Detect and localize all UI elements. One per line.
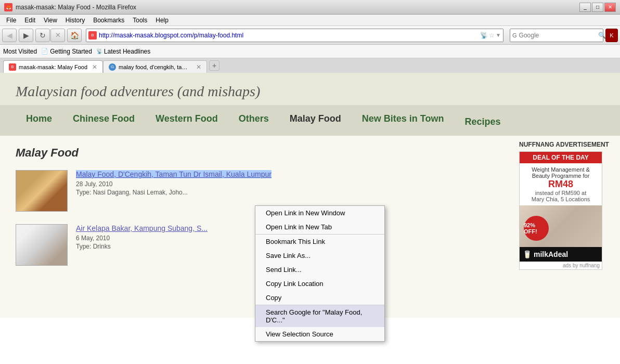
search-bar[interactable]: G 🔍 (510, 29, 603, 42)
tabs-bar: B masak-masak: Malay Food ✕ G malay food… (0, 58, 620, 73)
nav-new-bites[interactable]: New Bites in Town (352, 110, 455, 131)
tab-close-2[interactable]: ✕ (196, 63, 201, 71)
milk-icon: 🥛 (523, 250, 532, 258)
ctx-copy-link[interactable]: Copy Link Location (255, 277, 384, 291)
ad-original: instead of RM590 at (523, 190, 599, 196)
rss-icon[interactable]: 📡 (480, 32, 488, 39)
ctx-send-link[interactable]: Send Link... (255, 263, 384, 277)
window-controls[interactable]: _ □ ✕ (579, 3, 616, 12)
getting-started-icon: 📄 (41, 48, 48, 55)
menu-file[interactable]: File (2, 16, 20, 25)
ad-brand: milkAdeal (534, 250, 568, 258)
tab-malay-food[interactable]: B masak-masak: Malay Food ✕ (3, 60, 103, 73)
post-thumbnail-2 (16, 224, 68, 266)
tab-close-1[interactable]: ✕ (92, 63, 97, 71)
toolbar: ◀ ▶ ↻ ✕ 🏠 B 📡 ☆ ▼ G 🔍 K (0, 26, 620, 45)
menu-view[interactable]: View (40, 16, 61, 25)
search-input[interactable] (519, 32, 597, 39)
reload-button[interactable]: ↻ (35, 29, 50, 42)
bookmark-getting-started[interactable]: 📄 Getting Started (41, 48, 92, 55)
menu-bookmarks[interactable]: Bookmarks (89, 16, 128, 25)
nav-home[interactable]: Home (16, 110, 62, 131)
tab-label-1: masak-masak: Malay Food (19, 64, 87, 70)
menu-help[interactable]: Help (151, 16, 173, 25)
address-bar[interactable]: B 📡 ☆ ▼ (86, 29, 503, 42)
menu-tools[interactable]: Tools (128, 16, 151, 25)
ctx-search-google[interactable]: Search Google for "Malay Food, D'C..." (255, 305, 384, 327)
new-tab-button[interactable]: + (209, 60, 219, 71)
ctx-save-link[interactable]: Save Link As... (255, 249, 384, 263)
context-menu: Open Link in New Window Open Link in New… (255, 205, 385, 342)
ad-body: Weight Management & Beauty Programme for… (520, 163, 602, 205)
tab-label-2: malay food, d'cengkih, taman tun d... (119, 64, 191, 70)
post-title-1[interactable]: Malay Food, D'Cengkih, Taman Tun Dr Isma… (76, 170, 272, 178)
window-title: masak-masak: Malay Food - Mozilla Firefo… (16, 4, 579, 11)
site-header: Malaysian food adventures (and mishaps) (0, 73, 620, 105)
nav-chinese-food[interactable]: Chinese Food (62, 110, 145, 131)
maximize-btn[interactable]: □ (592, 3, 603, 12)
dropdown-icon[interactable]: ▼ (496, 32, 501, 38)
post-thumbnail-1 (16, 170, 68, 212)
addon-icon[interactable]: K (605, 29, 618, 42)
ctx-copy[interactable]: Copy (255, 291, 384, 305)
post-date-1: 28 July, 2010 (76, 180, 495, 188)
sidebar-title: NUFFNANG ADVERTISEMENT (519, 141, 612, 148)
nav-recipes[interactable]: Recipes (454, 113, 511, 131)
ad-location: Mary Chia, 5 Locations (523, 196, 599, 202)
ad-description: Weight Management & Beauty Programme for (523, 166, 599, 179)
ctx-open-window[interactable]: Open Link in New Window (255, 206, 384, 220)
post-title-2[interactable]: Air Kelapa Bakar, Kampung Subang, S... (76, 224, 208, 232)
search-submit-icon[interactable]: 🔍 (598, 32, 606, 39)
nav-malay-food[interactable]: Malay Food (279, 110, 352, 131)
close-btn[interactable]: ✕ (604, 3, 616, 12)
bookmark-latest-headlines[interactable]: 📡 Latest Headlines (96, 48, 150, 55)
home-button[interactable]: 🏠 (67, 29, 82, 42)
tab-favicon-1: B (9, 63, 16, 71)
address-input[interactable] (99, 32, 478, 39)
back-button[interactable]: ◀ (2, 29, 17, 42)
post-type-1: Type: Nasi Dagang, Nasi Lemak, Joho... (76, 189, 495, 196)
ctx-view-source[interactable]: View Selection Source (255, 327, 384, 341)
tab-favicon-2: G (109, 63, 116, 71)
nav-others[interactable]: Others (228, 110, 279, 131)
nav-western-food[interactable]: Western Food (145, 110, 228, 131)
menu-bar: File Edit View History Bookmarks Tools H… (0, 15, 620, 26)
site-nav: Home Chinese Food Western Food Others Ma… (0, 105, 620, 136)
title-bar: 🦊 masak-masak: Malay Food - Mozilla Fire… (0, 0, 620, 15)
ctx-open-tab[interactable]: Open Link in New Tab (255, 220, 384, 234)
tab-search-results[interactable]: G malay food, d'cengkih, taman tun d... … (103, 60, 207, 73)
firefox-icon: 🦊 (4, 3, 12, 11)
minimize-btn[interactable]: _ (579, 3, 591, 12)
menu-edit[interactable]: Edit (20, 16, 40, 25)
page-heading: Malay Food (16, 146, 495, 160)
stop-button[interactable]: ✕ (50, 29, 65, 42)
bookmark-most-visited[interactable]: Most Visited (3, 48, 37, 55)
bookmark-star-icon[interactable]: ☆ (489, 32, 495, 39)
site-icon: B (88, 31, 97, 40)
ad-box: DEAL OF THE DAY Weight Management & Beau… (519, 151, 602, 270)
bookmarks-bar: Most Visited 📄 Getting Started 📡 Latest … (0, 45, 620, 58)
sidebar: NUFFNANG ADVERTISEMENT DEAL OF THE DAY W… (511, 136, 620, 318)
ad-badge: 92% OFF! (524, 216, 549, 241)
ad-footer: ads by nuffnang (520, 262, 602, 269)
ad-deal-label: DEAL OF THE DAY (520, 152, 602, 163)
ad-price: RM48 (523, 179, 599, 190)
google-icon: G (512, 32, 517, 38)
rss-small-icon: 📡 (96, 48, 102, 54)
site-title: Malaysian food adventures (and mishaps) (16, 83, 604, 100)
ctx-bookmark[interactable]: Bookmark This Link (255, 234, 384, 249)
menu-history[interactable]: History (61, 16, 89, 25)
ad-milkadeal[interactable]: 🥛 milkAdeal (520, 247, 602, 262)
forward-button[interactable]: ▶ (19, 29, 33, 42)
